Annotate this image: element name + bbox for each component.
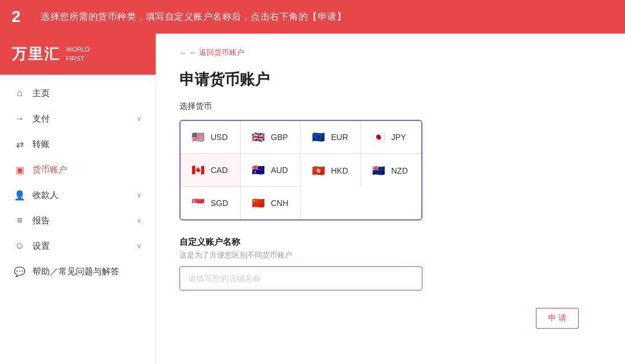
currency-label-jpy: JPY: [391, 133, 406, 142]
flag-cnh: 🇨🇳: [250, 195, 266, 211]
currency-label-eur: EUR: [331, 133, 348, 142]
custom-name-hint: 这是为了方便您区别不同货币账户: [179, 250, 602, 260]
sidebar-item-label: 收款人: [32, 190, 130, 201]
custom-name-input[interactable]: [179, 266, 422, 291]
sidebar-item-help[interactable]: 💬 帮助／常见问题与解答: [0, 259, 156, 284]
help-icon: 💬: [14, 266, 25, 277]
logo-english: WORLD FIRST: [66, 45, 90, 63]
logo-area[interactable]: 万里汇 WORLD FIRST: [0, 34, 156, 75]
logo-english-line1: WORLD: [66, 45, 90, 54]
currency-section-label: 选择货币: [179, 101, 602, 112]
report-icon: ≡: [14, 215, 25, 226]
chevron-down-icon: ∨: [137, 216, 142, 225]
currency-item-sgd[interactable]: 🇸🇬 SGD: [181, 187, 241, 219]
currency-item-eur[interactable]: 🇪🇺 EUR: [301, 121, 361, 154]
currency-label-aud: AUD: [271, 166, 288, 175]
flag-aud: 🇦🇺: [250, 162, 266, 178]
instruction-bar: 2 选择您所需的货币种类，填写自定义账户名称后，点击右下角的【申请】: [0, 0, 625, 34]
flag-hkd: 🇭🇰: [310, 163, 326, 179]
main-layout: 万里汇 WORLD FIRST ⌂ 主页 → 支付 ∨ ⇄ 转账 ▣: [0, 34, 625, 364]
sidebar-item-label: 设置: [32, 241, 130, 252]
sidebar-item-label: 转账: [32, 139, 142, 150]
logo-chinese: 万里汇: [12, 44, 60, 64]
submit-btn-area: 申 请: [179, 302, 602, 340]
sidebar-item-label: 支付: [32, 113, 130, 124]
currency-item-aud[interactable]: 🇦🇺 AUD: [241, 154, 301, 187]
currency-grid: 🇺🇸 USD 🇬🇧 GBP 🇪🇺 EUR 🇯🇵 JPY: [179, 120, 422, 220]
currency-label-cnh: CNH: [271, 198, 288, 208]
chevron-down-icon: ∨: [137, 242, 142, 250]
flag-usd: 🇺🇸: [190, 129, 206, 145]
content-area: ← ← 返回货币账户 申请货币账户 选择货币 🇺🇸 USD 🇬🇧 GBP: [156, 34, 625, 364]
instruction-number: 2: [12, 8, 29, 26]
currency-label-nzd: NZD: [391, 166, 408, 175]
custom-name-section: 自定义账户名称 这是为了方便您区别不同货币账户: [179, 237, 602, 291]
logo-english-line2: FIRST: [66, 54, 90, 63]
currency-item-gbp[interactable]: 🇬🇧 GBP: [241, 121, 301, 154]
flag-cad: 🇨🇦: [190, 162, 206, 178]
back-arrow-icon: ←: [179, 49, 187, 57]
submit-button[interactable]: 申 请: [536, 308, 579, 329]
content-inner: ← ← 返回货币账户 申请货币账户 选择货币 🇺🇸 USD 🇬🇧 GBP: [156, 34, 625, 364]
chevron-down-icon: ∨: [137, 191, 142, 199]
currency-item-cnh[interactable]: 🇨🇳 CNH: [241, 187, 301, 219]
currency-label-cad: CAD: [211, 166, 228, 175]
currency-item-jpy[interactable]: 🇯🇵 JPY: [361, 121, 421, 154]
transfer-icon: ⇄: [14, 138, 25, 150]
currency-item-usd[interactable]: 🇺🇸 USD: [181, 121, 241, 154]
back-link[interactable]: ← ← 返回货币账户: [179, 47, 602, 58]
sidebar-item-label: 报告: [32, 215, 130, 226]
sidebar-item-settings[interactable]: ☺ 设置 ∨: [0, 233, 156, 259]
sidebar-item-label: 主页: [32, 88, 142, 99]
flag-sgd: 🇸🇬: [190, 195, 206, 211]
sidebar-item-label: 货币账户: [32, 164, 142, 175]
sidebar-item-label: 帮助／常见问题与解答: [32, 266, 142, 277]
back-link-text: ← 返回货币账户: [189, 47, 244, 58]
flag-jpy: 🇯🇵: [370, 129, 387, 145]
currency-label-hkd: HKD: [331, 166, 348, 175]
currency-item-hkd[interactable]: 🇭🇰 HKD: [301, 154, 361, 187]
flag-nzd: 🇳🇿: [370, 163, 387, 179]
currency-label-gbp: GBP: [271, 133, 288, 142]
sidebar-item-transfer[interactable]: ⇄ 转账: [0, 131, 156, 157]
sidebar-item-currency[interactable]: ▣ 货币账户: [0, 157, 156, 182]
custom-name-label: 自定义账户名称: [179, 237, 602, 248]
sidebar-item-report[interactable]: ≡ 报告 ∨: [0, 208, 156, 233]
recipient-icon: 👤: [14, 189, 25, 201]
flag-gbp: 🇬🇧: [250, 129, 266, 145]
sidebar-item-home[interactable]: ⌂ 主页: [0, 80, 156, 106]
flag-eur: 🇪🇺: [310, 129, 326, 145]
sidebar-item-pay[interactable]: → 支付 ∨: [0, 106, 156, 131]
currency-item-nzd[interactable]: 🇳🇿 NZD: [361, 154, 421, 187]
home-icon: ⌂: [14, 87, 25, 99]
currency-icon: ▣: [14, 164, 25, 175]
page-title: 申请货币账户: [179, 69, 602, 90]
chevron-down-icon: ∨: [137, 115, 142, 123]
sidebar-item-recipient[interactable]: 👤 收款人 ∨: [0, 182, 156, 208]
currency-label-usd: USD: [211, 133, 228, 142]
currency-item-cad[interactable]: 🇨🇦 CAD: [181, 154, 241, 187]
instruction-text: 选择您所需的货币种类，填写自定义账户名称后，点击右下角的【申请】: [41, 11, 346, 23]
sidebar: 万里汇 WORLD FIRST ⌂ 主页 → 支付 ∨ ⇄ 转账 ▣: [0, 34, 156, 364]
settings-icon: ☺: [14, 240, 25, 252]
pay-icon: →: [14, 113, 25, 124]
nav-list: ⌂ 主页 → 支付 ∨ ⇄ 转账 ▣ 货币账户 👤 收款人 ∨ ≡: [0, 75, 156, 290]
currency-label-sgd: SGD: [211, 198, 228, 208]
